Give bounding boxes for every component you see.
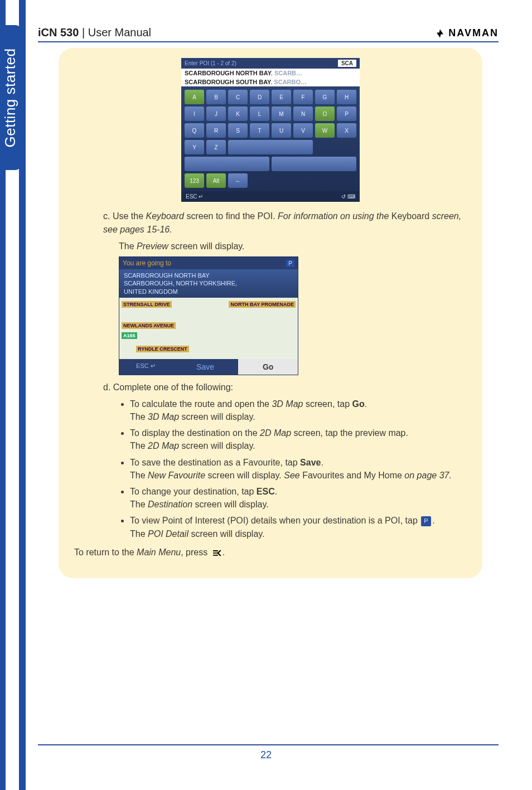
t: The	[130, 529, 148, 539]
t: 2D Map	[260, 428, 291, 438]
keyboard-key: X	[337, 123, 356, 138]
preview-address: SCARBOROUGH NORTH BAY SCARBOROUGH, NORTH…	[119, 269, 298, 298]
action-esc: To change your destination, tap ESC. The…	[130, 485, 467, 511]
page-header: iCN 530 | User Manual NAVMAN	[38, 17, 499, 42]
t: To return to the	[74, 547, 137, 557]
t: To calculate the route and open the	[130, 399, 272, 409]
keyboard-key	[228, 140, 313, 154]
keyboard-result-2: SCARBOROUGH SOUTH BAY, SCARBO…	[181, 77, 360, 86]
keyboard-key	[272, 157, 356, 171]
t: To view Point of Interest (POI) details …	[130, 516, 420, 525]
keyboard-key: L	[250, 106, 269, 121]
action-go: To calculate the route and open the 3D M…	[130, 398, 467, 423]
result-faded: , SCARBO…	[270, 79, 307, 85]
t: , press	[181, 547, 210, 557]
keyboard-key: R	[206, 123, 226, 138]
t: The	[130, 441, 148, 450]
road-label: NEWLANDS AVENUE	[122, 322, 176, 329]
product-name: iCN 530	[38, 26, 79, 38]
t: screen will display.	[192, 500, 269, 509]
keyboard-key: B	[206, 90, 226, 104]
road-label: RYNDLE CRESCENT	[136, 346, 189, 352]
keyboard-grid: ABCDEFGHIJKLMNOPQRSTUVWXYZ123Alt←	[181, 86, 360, 191]
preview-map: STRENSALL DRIVE NORTH BAY PROMENADE NEWL…	[119, 298, 298, 359]
t: Favourites and My Home	[302, 471, 402, 480]
bottom-rule	[38, 744, 499, 745]
preview-screenshot: You are going to P SCARBOROUGH NORTH BAY…	[119, 256, 298, 375]
header-subtitle: User Manual	[88, 26, 151, 38]
keyboard-esc: ESC ↵	[186, 193, 203, 200]
keyboard-search-value: SCA	[338, 60, 356, 67]
keyboard-key: N	[293, 106, 313, 121]
t: See	[284, 471, 302, 480]
header-title: iCN 530 | User Manual	[38, 26, 151, 39]
t: ESC	[257, 487, 275, 496]
keyboard-key: A	[185, 90, 204, 104]
page-number: 22	[0, 749, 532, 761]
keyboard-titlebar-text: Enter POI (1 - 2 of 2)	[185, 60, 236, 66]
addr-line3: UNITED KINGDOM	[124, 288, 293, 295]
t: on page 37.	[402, 471, 452, 480]
brand-icon	[435, 28, 445, 38]
t: Destination	[148, 500, 192, 509]
keyboard-key: 123	[185, 173, 204, 188]
keyboard-key: U	[272, 123, 291, 138]
preview-go-button: Go	[238, 359, 298, 375]
t: For information on using the	[278, 211, 391, 221]
keyboard-key: I	[185, 106, 204, 121]
keyboard-result-1: SCARBOROUGH NORTH BAY, SCARB…	[181, 69, 360, 77]
road-label: STRENSALL DRIVE	[122, 301, 172, 308]
keyboard-key: T	[250, 123, 269, 138]
t: The	[130, 471, 148, 480]
keyboard-key: O	[315, 106, 335, 121]
t: screen will display.	[179, 412, 255, 421]
t: .	[432, 516, 434, 525]
keyboard-key: M	[272, 106, 291, 121]
t: The	[130, 412, 148, 421]
return-line: To return to the Main Menu, press .	[74, 546, 467, 559]
road-shield: A165	[122, 332, 137, 339]
poi-icon	[421, 516, 431, 526]
section-tab: Getting started	[0, 25, 21, 170]
keyboard-key: F	[293, 90, 313, 104]
keyboard-key: Q	[185, 123, 204, 138]
poi-icon: P	[286, 260, 294, 267]
addr-line1: SCARBOROUGH NORTH BAY	[124, 272, 293, 279]
t: .	[321, 458, 323, 467]
step-d-lead: d. Complete one of the following:	[74, 381, 467, 394]
preview-titlebar: You are going to P	[119, 257, 298, 269]
t: To save the destination as a Favourite, …	[130, 458, 300, 467]
t: screen will display.	[179, 441, 255, 450]
t: To change your destination, tap	[130, 487, 257, 496]
action-save: To save the destination as a Favourite, …	[130, 456, 467, 482]
t: 3D Map	[272, 399, 303, 409]
keyboard-key: D	[250, 90, 269, 104]
header-separator: |	[79, 26, 88, 38]
keyboard-footer: ESC ↵ ↺ ⌨	[181, 191, 360, 202]
keyboard-key: ←	[228, 173, 248, 188]
t: Save	[300, 458, 321, 467]
result-main: SCARBOROUGH NORTH BAY	[185, 70, 271, 76]
t: 2D Map	[148, 441, 179, 450]
t: screen will display.	[188, 529, 265, 539]
keyboard-key: W	[315, 123, 335, 138]
t: screen, tap the preview map.	[291, 428, 408, 438]
step-c: c. Use the Keyboard screen to find the P…	[74, 210, 467, 253]
t: .	[365, 399, 367, 409]
brand-logo: NAVMAN	[435, 27, 499, 39]
menu-back-icon	[211, 548, 221, 558]
step-d: d. Complete one of the following: To cal…	[74, 381, 467, 559]
t: POI Detail	[148, 529, 188, 539]
addr-line2: SCARBOROUGH, NORTH YORKSHIRE,	[124, 279, 293, 287]
action-poi: To view Point of Interest (POI) details …	[130, 514, 467, 540]
t: c. Use the	[103, 211, 146, 221]
keyboard-key: V	[293, 123, 313, 138]
t: screen will display.	[168, 241, 245, 251]
t: Keyboard	[146, 211, 184, 221]
t: screen, tap	[303, 399, 352, 409]
action-preview-map: To display the destination on the 2D Map…	[130, 426, 467, 452]
keyboard-screenshot: Enter POI (1 - 2 of 2) SCA SCARBOROUGH N…	[181, 58, 360, 202]
road-label: NORTH BAY PROMENADE	[229, 301, 296, 308]
t: 3D Map	[148, 412, 179, 421]
keyboard-key: E	[272, 90, 291, 104]
